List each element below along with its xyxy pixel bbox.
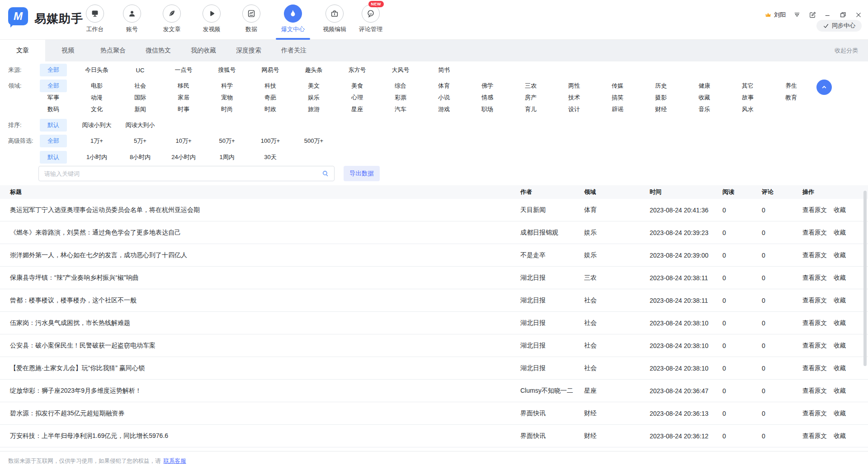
domain-option[interactable]: 综合 [379, 80, 422, 92]
favorite-link[interactable]: 收藏 [834, 206, 846, 214]
sort-option[interactable]: 阅读大到小 [118, 119, 162, 131]
time-filter-option[interactable]: 24小时内 [162, 151, 205, 163]
domain-option[interactable]: 家居 [162, 92, 205, 103]
view-original-link[interactable]: 查看原文 [802, 319, 827, 327]
favorite-link[interactable]: 收藏 [834, 229, 846, 237]
article-title[interactable]: 伍家岗：污水臭气成困扰，市长热线解难题 [0, 319, 520, 327]
domain-option[interactable]: 彩票 [379, 92, 422, 103]
source-option[interactable]: 网易号 [249, 64, 292, 76]
table-row[interactable]: 【爱在恩施·土家女儿会】玩“你比我猜” 赢同心锁 湖北日报 社会 2023-08… [0, 357, 868, 380]
table-row[interactable]: 绽放华彩：狮子座2023年9月多维度运势解析！ Clumsy不知晓一二 星座 2… [0, 380, 868, 402]
domain-option[interactable]: 社会 [118, 80, 162, 92]
source-option[interactable]: 趣头条 [292, 64, 335, 76]
domain-option[interactable]: 美食 [335, 80, 379, 92]
domain-option[interactable]: 搞笑 [596, 92, 639, 103]
table-row[interactable]: 《燃冬》来蓉路演，刘昊然：通过角色学会了更多地表达自己 成都日报锦观 娱乐 20… [0, 221, 868, 244]
nav-item-account[interactable]: 账号 [113, 5, 151, 33]
sort-option[interactable]: 阅读小到大 [75, 119, 118, 131]
table-row[interactable]: 曾都：楼事楼议，楼事楼办，这个社区不一般 湖北日报 社会 2023-08-24 … [0, 289, 868, 312]
time-filter-option[interactable]: 1周内 [205, 151, 249, 163]
domain-option[interactable]: 娱乐 [292, 92, 335, 103]
article-title[interactable]: 碧水源：拟发行不超35亿元超短期融资券 [0, 409, 520, 418]
domain-option[interactable]: 辟谣 [596, 103, 639, 115]
article-title[interactable]: 《燃冬》来蓉路演，刘昊然：通过角色学会了更多地表达自己 [0, 229, 520, 237]
domain-option[interactable]: 时政 [249, 103, 292, 115]
article-title[interactable]: 公安县：破小案保民生！民警破获一起盗窃电动车案 [0, 342, 520, 350]
domain-option[interactable]: 全部 [32, 80, 75, 92]
domain-option[interactable]: 教育 [769, 92, 813, 103]
time-filter-option[interactable]: 8小时内 [118, 151, 162, 163]
feedback-edit-icon[interactable] [808, 11, 816, 19]
sync-center-button[interactable]: 同步中心 [816, 20, 862, 32]
article-title[interactable]: 曾都：楼事楼议，楼事楼办，这个社区不一般 [0, 296, 520, 305]
source-option[interactable]: 东方号 [335, 64, 379, 76]
table-row[interactable]: 万安科技：上半年归母净利润1.69亿元，同比增长5976.6 界面快讯 财经 2… [0, 425, 868, 447]
source-option[interactable]: 大风号 [379, 64, 422, 76]
domain-option[interactable]: 情感 [466, 92, 509, 103]
nav-item-publish-video[interactable]: 发视频 [193, 5, 231, 33]
reads-filter-option[interactable]: 100万+ [249, 135, 292, 147]
domain-option[interactable]: 旅游 [292, 103, 335, 115]
view-original-link[interactable]: 查看原文 [802, 274, 827, 282]
reads-filter-option[interactable]: 1万+ [75, 135, 118, 147]
source-option[interactable]: 搜狐号 [205, 64, 249, 76]
time-filter-option[interactable]: 30天 [249, 151, 292, 163]
search-icon[interactable] [321, 169, 330, 178]
domain-option[interactable]: 美文 [292, 80, 335, 92]
nav-item-workbench[interactable]: 工作台 [76, 5, 114, 33]
view-original-link[interactable]: 查看原文 [802, 432, 827, 440]
collapse-domains-button[interactable] [816, 80, 832, 95]
user-menu[interactable]: 刘阳 [764, 11, 786, 19]
domain-option[interactable]: 文化 [75, 103, 118, 115]
nav-item-comment-manage[interactable]: NEW 评论管理 [352, 5, 390, 33]
source-option[interactable]: 全部 [32, 64, 75, 76]
domain-option[interactable]: 风水 [726, 103, 769, 115]
maximize-button[interactable] [839, 11, 847, 19]
domain-option[interactable]: 心理 [335, 92, 379, 103]
domain-option[interactable]: 科技 [249, 80, 292, 92]
domain-option[interactable]: 时事 [162, 103, 205, 115]
domain-option[interactable]: 育儿 [509, 103, 552, 115]
domain-option[interactable]: 两性 [552, 80, 596, 92]
domain-option[interactable]: 汽车 [379, 103, 422, 115]
table-row[interactable]: 碧水源：拟发行不超35亿元超短期融资券 界面快讯 财经 2023-08-24 2… [0, 402, 868, 425]
domain-option[interactable]: 国际 [118, 92, 162, 103]
nav-item-publish-article[interactable]: 发文章 [153, 5, 191, 33]
export-data-button[interactable]: 导出数据 [344, 166, 380, 181]
domain-option[interactable]: 技术 [552, 92, 596, 103]
domain-option[interactable]: 军事 [32, 92, 75, 103]
domain-option[interactable]: 摄影 [639, 92, 683, 103]
source-option[interactable]: UC [118, 65, 162, 75]
domain-option[interactable]: 奇葩 [249, 92, 292, 103]
domain-option[interactable]: 电影 [75, 80, 118, 92]
article-title[interactable]: 奥运冠军丁宁入选亚奥理事会运动员委员会名单，将在杭州亚运会期 [0, 206, 520, 214]
vertical-scrollbar[interactable] [863, 191, 867, 366]
tab[interactable]: 我的收藏 [181, 40, 226, 61]
domain-option[interactable]: 游戏 [422, 103, 466, 115]
article-title[interactable]: 崇洋媚外第一人，林心如在七夕的发言，成功恶心到了十四亿人 [0, 251, 520, 259]
close-button[interactable] [854, 11, 863, 19]
favorite-link[interactable]: 收藏 [834, 251, 846, 259]
domain-option[interactable]: 设计 [552, 103, 596, 115]
time-filter-option[interactable]: 1小时内 [75, 151, 118, 163]
domain-option[interactable]: 移民 [162, 80, 205, 92]
keyword-search-input[interactable] [38, 166, 335, 181]
domain-option[interactable]: 新闻 [118, 103, 162, 115]
tab[interactable]: 文章 [0, 40, 45, 61]
collapse-panel-icon[interactable] [793, 11, 801, 19]
minimize-button[interactable] [824, 11, 832, 19]
domain-option[interactable]: 佛学 [466, 80, 509, 92]
domain-option[interactable]: 故事 [726, 92, 769, 103]
view-original-link[interactable]: 查看原文 [802, 229, 827, 237]
table-row[interactable]: 公安县：破小案保民生！民警破获一起盗窃电动车案 湖北日报 社会 2023-08-… [0, 334, 868, 357]
domain-option[interactable]: 健康 [683, 80, 726, 92]
domain-option[interactable]: 科学 [205, 80, 249, 92]
reads-filter-option[interactable]: 500万+ [292, 135, 335, 147]
sort-option[interactable]: 默认 [32, 119, 75, 132]
domain-option[interactable]: 三农 [509, 80, 552, 92]
tab[interactable]: 作者关注 [271, 40, 316, 61]
time-filter-option[interactable]: 默认 [32, 151, 75, 164]
source-option[interactable]: 简书 [422, 64, 466, 76]
table-row[interactable]: 保康县寺坪镇：“辣”产业奏响乡村振兴“椒”响曲 湖北日报 三农 2023-08-… [0, 267, 868, 289]
domain-option[interactable]: 收藏 [683, 92, 726, 103]
